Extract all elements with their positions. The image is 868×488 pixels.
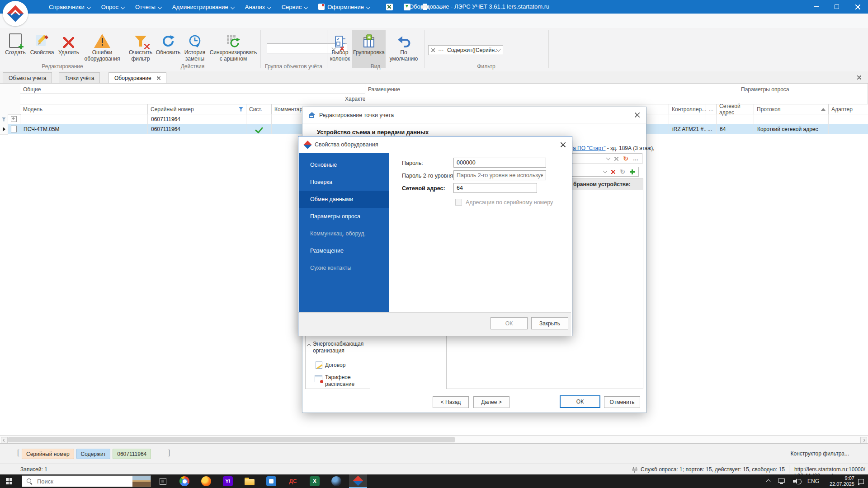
export-excel-button[interactable]	[386, 4, 393, 10]
nav-item-dry-contacts[interactable]: Сухие контакты	[299, 259, 389, 277]
horizontal-scrollbar[interactable]	[0, 435, 868, 444]
row-checkbox[interactable]	[11, 126, 17, 132]
band-placement[interactable]: Размещение	[365, 84, 738, 104]
column-header-protocol[interactable]: Протокол	[754, 104, 829, 114]
nav-item-verification[interactable]: Поверка	[299, 174, 389, 191]
scrollbar-thumb[interactable]	[8, 437, 455, 442]
properties-button[interactable]: Свойства	[29, 30, 55, 56]
tray-clock[interactable]: 9:07 22.07.2025	[824, 475, 856, 487]
ok-button[interactable]: ОК	[491, 317, 528, 329]
column-header-serial[interactable]: Серийный номер	[148, 104, 246, 114]
tray-show-hidden[interactable]	[761, 474, 775, 488]
cell-protocol[interactable]: Короткий сетевой адрес	[754, 124, 829, 134]
delete-icon[interactable]	[611, 170, 615, 174]
band-common[interactable]: Общие	[20, 84, 365, 94]
refresh-button[interactable]: Обновить	[156, 30, 181, 56]
band-character[interactable]: Характер...	[342, 94, 365, 104]
filter-cell-serial[interactable]: 0607111964	[148, 114, 246, 124]
minimize-button[interactable]	[806, 0, 826, 14]
column-header-dots[interactable]: ...	[706, 104, 717, 114]
action-center-button[interactable]	[854, 474, 868, 488]
filter-cell-model[interactable]	[20, 114, 148, 124]
network-address-input[interactable]	[453, 183, 537, 193]
nav-item-poll-params[interactable]: Параметры опроса	[299, 208, 389, 225]
taskbar-app-chrome[interactable]	[175, 474, 193, 488]
close-tab-icon[interactable]	[157, 76, 160, 80]
menu-opros[interactable]: Опрос	[101, 4, 124, 10]
close-button[interactable]: Закрыть	[531, 317, 568, 329]
collapse-icon[interactable]	[307, 344, 311, 348]
taskbar-app-dc[interactable]: ДС	[284, 474, 302, 488]
grouping-button[interactable]: Группировка	[352, 30, 386, 68]
menu-servis[interactable]: Сервис	[282, 4, 308, 10]
edit-point-dialog-titlebar[interactable]: Редактирование точки учета	[302, 107, 646, 123]
menu-otchety[interactable]: Отчеты	[135, 4, 161, 10]
replace-history-button[interactable]: История замены	[182, 30, 208, 62]
filter-funnel-icon[interactable]	[239, 107, 243, 112]
taskbar-app-lers-active[interactable]	[349, 474, 367, 488]
equipment-errors-button[interactable]: Ошибки оборудования	[82, 30, 122, 62]
filter-chip-operator[interactable]: Содержит	[76, 449, 111, 459]
filter-chip-field[interactable]: Серийный номер	[22, 449, 74, 459]
tree-item-tariff[interactable]: Тарифное расписание	[315, 374, 369, 388]
refresh-icon[interactable]: ↻	[623, 155, 628, 162]
delete-button[interactable]: Удалить	[56, 30, 81, 56]
refresh-icon[interactable]: ↻	[620, 168, 625, 175]
password-input[interactable]	[453, 158, 546, 168]
nav-item-data-exchange[interactable]: Обмен данными	[299, 191, 389, 208]
tab-objects[interactable]: Объекты учета	[3, 72, 52, 83]
next-button[interactable]: Далее >	[473, 396, 509, 408]
column-header-address[interactable]: Сетевой адрес	[717, 104, 754, 114]
column-header-adapter[interactable]: Адаптер	[829, 104, 868, 114]
nav-item-main[interactable]: Основные	[299, 156, 389, 174]
cell-model[interactable]: ПСЧ-4ТМ.05М	[20, 124, 148, 134]
start-button[interactable]	[0, 474, 18, 488]
column-header-sys[interactable]: Сист.	[246, 104, 272, 114]
close-icon[interactable]	[635, 113, 640, 117]
cell-address[interactable]: 64	[717, 124, 754, 134]
close-button[interactable]	[847, 0, 868, 14]
back-button[interactable]: < Назад	[433, 396, 469, 408]
scheme-link[interactable]: а ПО "Старт"	[573, 145, 605, 151]
clear-icon[interactable]	[614, 157, 618, 161]
menu-administrirovanie[interactable]: Администрирование	[172, 4, 234, 10]
menu-oformlenie[interactable]: Оформление	[318, 4, 370, 10]
cell-adapter[interactable]	[829, 124, 868, 134]
band-poll-params[interactable]: Параметры опроса	[738, 84, 868, 104]
taskbar-app-excel[interactable]: X	[306, 474, 324, 488]
menu-spravochniki[interactable]: Справочники	[49, 4, 90, 10]
cell-serial[interactable]: 0607111964	[148, 124, 246, 134]
tab-equipment[interactable]: Оборудование	[108, 72, 166, 84]
bing-daily-image[interactable]	[132, 476, 151, 487]
filter-expression[interactable]: Серийный номер Содержит 0607111964	[22, 449, 153, 459]
tray-volume[interactable]	[788, 474, 804, 488]
close-pane-button[interactable]	[857, 75, 861, 81]
taskbar-search[interactable]	[22, 475, 151, 487]
tab-points[interactable]: Точки учёта	[59, 72, 100, 83]
tray-network[interactable]	[774, 474, 788, 488]
taskbar-app-explorer[interactable]	[241, 474, 259, 488]
choose-columns-button[interactable]: Выбор колонок	[329, 30, 351, 62]
clear-filter-button[interactable]: Очистить фильтр	[127, 30, 154, 62]
cell-dots[interactable]: ...	[706, 124, 717, 134]
task-view-button[interactable]	[154, 474, 172, 488]
filter-builder-link[interactable]: Конструктор фильтра...	[791, 450, 849, 457]
filter-combo[interactable]: ⋯ Содержит([Серийн...	[428, 45, 503, 55]
cell-sys[interactable]	[246, 124, 272, 134]
close-icon[interactable]	[561, 142, 566, 147]
menu-analiz[interactable]: Анализ	[245, 4, 271, 10]
taskbar-app-sphere[interactable]	[327, 474, 345, 488]
column-header-controller[interactable]: Контроллер...	[669, 104, 706, 114]
scroll-left-button[interactable]	[1, 437, 8, 443]
scroll-right-button[interactable]	[860, 437, 867, 443]
tree-item-contract[interactable]: Договор	[316, 361, 345, 369]
create-button[interactable]: Создать	[3, 30, 28, 56]
sync-arshin-button[interactable]: Синхронизировать с аршином	[209, 30, 258, 62]
cell-controller[interactable]: iRZ ATM21 #...	[669, 124, 706, 134]
nav-item-placement[interactable]: Размещение	[299, 242, 389, 259]
tree-item-energy-org[interactable]: Энергоснабжающая организация	[307, 341, 368, 354]
cancel-button[interactable]: Отменить	[604, 396, 640, 408]
filter-chip-value[interactable]: 0607111964	[113, 449, 151, 459]
nav-item-comm-equipment[interactable]: Коммуникац. оборуд.	[299, 225, 389, 242]
taskbar-app-blue[interactable]	[262, 474, 280, 488]
